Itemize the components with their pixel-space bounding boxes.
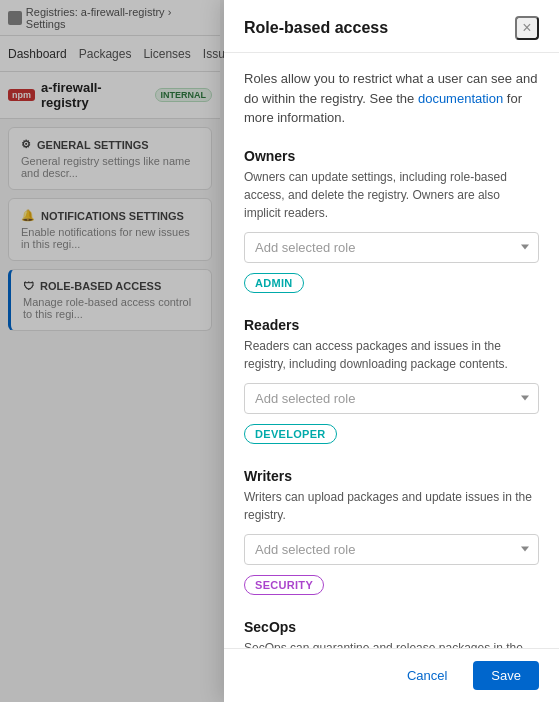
readers-title: Readers (244, 317, 539, 333)
writers-description: Writers can upload packages and update i… (244, 488, 539, 524)
modal-body: Roles allow you to restrict what a user … (224, 53, 559, 648)
secops-title: SecOps (244, 619, 539, 635)
modal-description: Roles allow you to restrict what a user … (244, 69, 539, 128)
writers-title: Writers (244, 468, 539, 484)
owners-admin-tag[interactable]: ADMIN (244, 273, 304, 293)
readers-description: Readers can access packages and issues i… (244, 337, 539, 373)
cancel-button[interactable]: Cancel (391, 661, 463, 690)
modal-footer: Cancel Save (224, 648, 559, 702)
writers-security-tag[interactable]: SECURITY (244, 575, 324, 595)
secops-description: SecOps can quarantine and release packag… (244, 639, 539, 649)
owners-title: Owners (244, 148, 539, 164)
documentation-link[interactable]: documentation (418, 91, 503, 106)
readers-tags: DEVELOPER (244, 424, 539, 448)
owners-description: Owners can update settings, including ro… (244, 168, 539, 222)
save-button[interactable]: Save (473, 661, 539, 690)
owners-section: Owners Owners can update settings, inclu… (244, 148, 539, 297)
readers-developer-tag[interactable]: DEVELOPER (244, 424, 337, 444)
owners-role-select[interactable]: Add selected role (244, 232, 539, 263)
writers-section: Writers Writers can upload packages and … (244, 468, 539, 599)
writers-role-select[interactable]: Add selected role (244, 534, 539, 565)
modal-header: Role-based access × (224, 0, 559, 53)
writers-select-wrapper: Add selected role (244, 534, 539, 565)
secops-section: SecOps SecOps can quarantine and release… (244, 619, 539, 649)
writers-tags: SECURITY (244, 575, 539, 599)
owners-select-wrapper: Add selected role (244, 232, 539, 263)
close-button[interactable]: × (515, 16, 539, 40)
readers-role-select[interactable]: Add selected role (244, 383, 539, 414)
readers-section: Readers Readers can access packages and … (244, 317, 539, 448)
owners-tags: ADMIN (244, 273, 539, 297)
role-based-access-modal: Role-based access × Roles allow you to r… (224, 0, 559, 702)
readers-select-wrapper: Add selected role (244, 383, 539, 414)
modal-title: Role-based access (244, 19, 388, 37)
